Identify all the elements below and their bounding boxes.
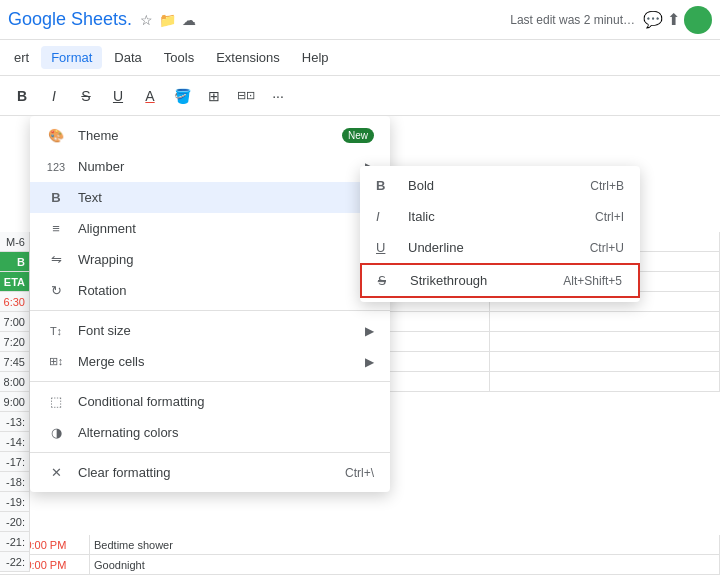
clear-shortcut: Ctrl+\ xyxy=(345,466,374,480)
merge-arrow-icon: ▶ xyxy=(365,355,374,369)
clear-icon: ✕ xyxy=(46,465,66,480)
left-labels-column: M-6 B ETA 6:30 7:00 7:20 7:45 8:00 9:00 … xyxy=(0,232,30,572)
row-label-18: -18: xyxy=(0,472,29,492)
menu-item-extensions[interactable]: Extensions xyxy=(206,46,290,69)
strikethrough-shortcut: Alt+Shift+5 xyxy=(563,274,622,288)
row-label-20: -20: xyxy=(0,512,29,532)
menu-item-alignment[interactable]: ≡ Alignment ▶ xyxy=(30,213,390,244)
divider-3 xyxy=(30,452,390,453)
fill-color-button[interactable]: 🪣 xyxy=(168,82,196,110)
italic-shortcut: Ctrl+I xyxy=(595,210,624,224)
text-cell: Goodnight xyxy=(90,555,720,574)
divider-1 xyxy=(30,310,390,311)
table-row: 22:00:00 PM Bedtime shower xyxy=(0,535,720,555)
share-icon[interactable]: ⬆ xyxy=(667,10,680,29)
row-label-19: -19: xyxy=(0,492,29,512)
strikethrough-label: Strikethrough xyxy=(410,273,563,288)
row-label-m6: M-6 xyxy=(0,232,29,252)
row-label-700: 7:00 xyxy=(0,312,29,332)
clear-label: Clear formatting xyxy=(78,465,345,480)
toolbar: B I S U A 🪣 ⊞ ⊟⊡ ··· xyxy=(0,76,720,116)
row-label-eta: ETA xyxy=(0,272,29,292)
italic-icon: I xyxy=(376,209,396,224)
italic-button[interactable]: I xyxy=(40,82,68,110)
bold-icon: B xyxy=(376,178,396,193)
submenu-italic[interactable]: I Italic Ctrl+I xyxy=(360,201,640,232)
menu-item-clear[interactable]: ✕ Clear formatting Ctrl+\ xyxy=(30,457,390,488)
divider-2 xyxy=(30,381,390,382)
top-bar: Google Sheets. ☆ 📁 ☁ Last edit was 2 min… xyxy=(0,0,720,40)
bold-button[interactable]: B xyxy=(8,82,36,110)
text-label: Text xyxy=(78,190,365,205)
theme-icon: 🎨 xyxy=(46,128,66,143)
menu-item-help[interactable]: Help xyxy=(292,46,339,69)
row-label-beta: B xyxy=(0,252,29,272)
menu-item-text[interactable]: B Text ▶ xyxy=(30,182,390,213)
alignment-label: Alignment xyxy=(78,221,365,236)
cloud-icon[interactable]: ☁ xyxy=(182,12,196,28)
text-icon: B xyxy=(46,190,66,205)
menu-item-tools[interactable]: Tools xyxy=(154,46,204,69)
merge-icon: ⊞↕ xyxy=(46,355,66,368)
borders-button[interactable]: ⊞ xyxy=(200,82,228,110)
format-dropdown: 🎨 Theme New 123 Number ▶ B Text ▶ ≡ Alig… xyxy=(30,116,390,492)
menu-item-merge[interactable]: ⊞↕ Merge cells ▶ xyxy=(30,346,390,377)
rotation-label: Rotation xyxy=(78,283,365,298)
menu-item-edit[interactable]: ert xyxy=(4,46,39,69)
text-submenu: B Bold Ctrl+B I Italic Ctrl+I U Underlin… xyxy=(360,166,640,302)
menu-item-alternating[interactable]: ◑ Alternating colors xyxy=(30,417,390,448)
alternating-label: Alternating colors xyxy=(78,425,374,440)
font-size-label: Font size xyxy=(78,323,365,338)
conditional-label: Conditional formatting xyxy=(78,394,374,409)
theme-label: Theme xyxy=(78,128,334,143)
new-badge: New xyxy=(342,128,374,143)
submenu-strikethrough[interactable]: S̶ Strikethrough Alt+Shift+5 xyxy=(360,263,640,298)
row-label-22: -22: xyxy=(0,552,29,572)
italic-label: Italic xyxy=(408,209,595,224)
alignment-icon: ≡ xyxy=(46,221,66,236)
menu-item-font-size[interactable]: T↕ Font size ▶ xyxy=(30,315,390,346)
underline-shortcut: Ctrl+U xyxy=(590,241,624,255)
submenu-bold[interactable]: B Bold Ctrl+B xyxy=(360,170,640,201)
folder-icon[interactable]: 📁 xyxy=(159,12,176,28)
star-icon[interactable]: ☆ xyxy=(140,12,153,28)
table-row: 23:00:00 PM Goodnight xyxy=(0,555,720,575)
bottom-data-rows: 22:00:00 PM Bedtime shower 23:00:00 PM G… xyxy=(0,535,720,575)
menu-item-theme[interactable]: 🎨 Theme New xyxy=(30,120,390,151)
strikethrough-button[interactable]: S xyxy=(72,82,100,110)
merge-button[interactable]: ⊟⊡ xyxy=(232,82,260,110)
row-label-14: -14: xyxy=(0,432,29,452)
rotation-icon: ↻ xyxy=(46,283,66,298)
underline-label: Underline xyxy=(408,240,590,255)
menu-bar: ert Format Data Tools Extensions Help xyxy=(0,40,720,76)
row-label-720: 7:20 xyxy=(0,332,29,352)
underline-button[interactable]: U xyxy=(104,82,132,110)
font-size-icon: T↕ xyxy=(46,325,66,337)
menu-item-conditional[interactable]: ⬚ Conditional formatting xyxy=(30,386,390,417)
font-color-button[interactable]: A xyxy=(136,82,164,110)
more-button[interactable]: ··· xyxy=(264,82,292,110)
submenu-underline[interactable]: U Underline Ctrl+U xyxy=(360,232,640,263)
number-label: Number xyxy=(78,159,365,174)
row-label-630: 6:30 xyxy=(0,292,29,312)
alternating-icon: ◑ xyxy=(46,425,66,440)
main-area: M-6 B ETA 6:30 7:00 7:20 7:45 8:00 9:00 … xyxy=(0,116,720,575)
text-cell: Bedtime shower xyxy=(90,535,720,554)
menu-item-data[interactable]: Data xyxy=(104,46,151,69)
menu-item-wrapping[interactable]: ⇋ Wrapping ▶ xyxy=(30,244,390,275)
number-icon: 123 xyxy=(46,161,66,173)
row-label-13: -13: xyxy=(0,412,29,432)
avatar[interactable] xyxy=(684,6,712,34)
menu-item-rotation[interactable]: ↻ Rotation ▶ xyxy=(30,275,390,306)
row-label-800: 8:00 xyxy=(0,372,29,392)
title-icons: ☆ 📁 ☁ xyxy=(140,12,196,28)
menu-item-number[interactable]: 123 Number ▶ xyxy=(30,151,390,182)
font-size-arrow-icon: ▶ xyxy=(365,324,374,338)
chat-icon[interactable]: 💬 xyxy=(643,10,663,29)
conditional-icon: ⬚ xyxy=(46,394,66,409)
bold-label: Bold xyxy=(408,178,590,193)
row-label-17: -17: xyxy=(0,452,29,472)
bold-shortcut: Ctrl+B xyxy=(590,179,624,193)
row-label-900: 9:00 xyxy=(0,392,29,412)
menu-item-format[interactable]: Format xyxy=(41,46,102,69)
